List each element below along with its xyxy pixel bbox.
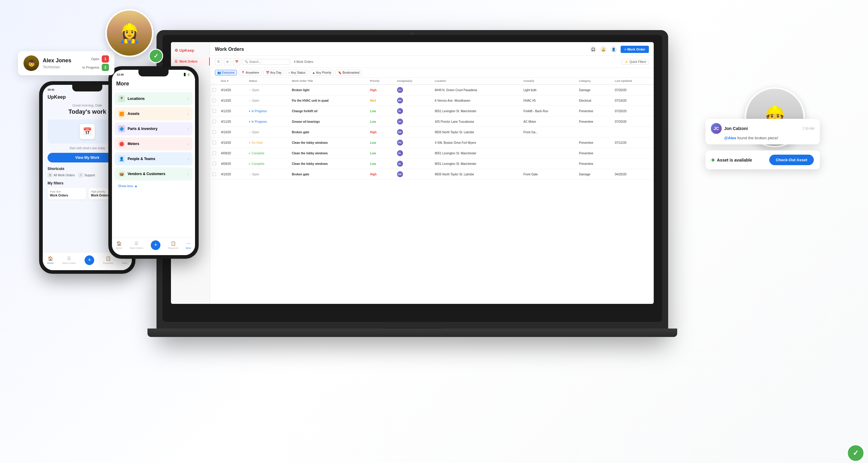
people-list-icon: 👤 [118,155,125,162]
row-checkbox[interactable] [213,130,216,134]
add-button[interactable]: + [85,256,94,265]
row-title: Grease oil bearings [289,117,368,127]
list-item-assets[interactable]: 🟧 Assets › [114,107,193,120]
status-indicator: Complete [249,152,287,155]
add-work-order-button[interactable]: + Work Order [621,46,649,53]
laptop-device: ⚙ UpKeep ☰ Work Orders 📊 Analytics 📋 [156,30,668,361]
row-assignee: DB [395,169,433,179]
row-category [577,127,613,137]
row-assignee: PD [395,137,433,148]
due-header[interactable]: Due ▾ [218,78,247,85]
any-status-label: Any Status [291,71,306,74]
row-updated [613,127,654,137]
bell-icon[interactable]: 🔔 [600,46,607,53]
grid-view-button[interactable]: ⊞ [224,58,231,65]
location-header[interactable]: Location [433,78,521,85]
row-checkbox[interactable] [213,162,216,165]
table-row[interactable]: 4/10/20 Open Broken gate High DB 9655 No… [210,127,654,137]
updated-header[interactable]: Last Updated [613,78,654,85]
nav-work-orders[interactable]: ☰ Work Orders [62,256,76,264]
phone-notch [72,85,102,92]
row-title: Clean the lobby windows [289,137,368,148]
row-checkbox[interactable] [213,141,216,144]
phone2-add-button[interactable]: + [151,240,160,250]
priority-label: Med [370,99,376,102]
table-row[interactable]: 4/12/20 In Progress Change forklift oil … [210,106,654,117]
row-location: 4 SW. Boston Drive Fort Myers [433,137,521,148]
row-asset [521,137,577,148]
phone2-nav-requests[interactable]: 📋 Requests [168,241,178,250]
user-icon[interactable]: 👤 [610,46,617,53]
search-icon: 🔍 [245,60,248,63]
row-checkbox[interactable] [213,151,216,155]
search-input[interactable] [249,60,287,64]
sidebar-item-work-orders[interactable]: ☰ Work Orders [171,58,210,66]
filter-any-status[interactable]: ○ Any Status [286,70,308,75]
row-category: Preventive [577,106,613,117]
filter-any-day[interactable]: 📅 Any Day [264,70,284,75]
row-location: 8051 Lexington St. Manchester [433,106,521,117]
list-item-parts[interactable]: 🔷 Parts & Inventory › [114,122,193,135]
table-row[interactable]: 4/14/20 Open Broken light High AJ 8449 N… [210,85,654,95]
vendors-list-label: Vendors & Customers [128,172,165,176]
row-status: In Progress [247,117,289,127]
row-checkbox[interactable] [213,120,216,123]
category-header[interactable]: Category [577,78,613,85]
row-checkbox[interactable] [213,88,216,92]
list-item-meters[interactable]: 🔴 Meters › [114,137,193,151]
row-status: Open [247,85,289,95]
phone2-nav-work-orders-label: Work Orders [130,247,143,250]
list-item-vendors[interactable]: 📦 Vendors & Customers › [114,167,193,180]
filter-anywhere[interactable]: 📍 Anywhere [239,70,261,75]
title-header[interactable]: Work Order Title [289,78,368,85]
table-row[interactable]: 4/09/20 Complete Clean the lobby windows… [210,159,654,169]
shortcut-all-work-orders[interactable]: ☰ All Work Orders [48,173,75,177]
table-row[interactable]: 4/13/20 Open Fix the HVAC unit in quad M… [210,95,654,106]
row-checkbox[interactable] [213,172,216,176]
headset-icon[interactable]: 🎧 [590,46,596,53]
filter-everyone[interactable]: 👥 Everyone [215,70,237,75]
quick-filters-button[interactable]: ⚡ Quick Filters [622,59,649,65]
table-row[interactable]: 4/09/20 Complete Clean the lobby windows… [210,148,654,159]
row-priority: Low [368,148,394,159]
phone2-nav-home[interactable]: 🏠 Home [116,241,122,250]
table-row[interactable]: 4/10/20 Open Broken gate High DB 9655 No… [210,169,654,179]
phone2-nav-work-orders[interactable]: ☰ Work Orders [130,241,143,250]
calendar-view-button[interactable]: 📅 [233,58,240,65]
shortcut-support[interactable]: ? Support [78,173,95,177]
status-indicator: On Hold [249,141,287,144]
phone2-nav-more[interactable]: ⋯ More [186,241,191,250]
status-header[interactable]: Status [247,78,289,85]
show-less-button[interactable]: Show less ▲ [114,182,193,190]
worker-photo-left: 👷‍♀️ [105,9,154,57]
priority-header[interactable]: Priority [368,78,394,85]
profile-info: Alex Jones Technician [43,58,79,69]
table-row[interactable]: 4/11/20 In Progress Grease oil bearings … [210,117,654,127]
past-due-filter-card[interactable]: Past due Work Orders [48,188,86,199]
work-orders-shortcut-icon: ☰ [48,173,52,177]
status-indicator: Open [249,173,287,176]
row-checkbox[interactable] [213,109,216,113]
profile-stats: Open 1 In Progress 2 [83,55,109,71]
table-row[interactable]: 4/10/20 On Hold Clean the lobby windows … [210,137,654,148]
laptop-bezel: ⚙ UpKeep ☰ Work Orders 📊 Analytics 📋 [162,35,662,322]
list-item-locations[interactable]: 📍 Locations › [114,92,193,105]
assignee-header[interactable]: Assignee(s) [395,78,433,85]
priority-label: High [370,89,376,92]
row-due: 4/10/20 [218,127,247,137]
past-due-sublabel: Work Orders [50,194,84,197]
row-title: Clean the lobby windows [289,159,368,169]
nav-home[interactable]: 🏠 Home [47,256,54,264]
assets-list-icon: 🟧 [118,110,125,117]
row-priority: Low [368,117,394,127]
shortcut-support-label: Support [84,174,95,177]
list-item-people[interactable]: 👤 People & Teams › [114,152,193,165]
locations-list-label: Locations [128,97,145,101]
filter-any-priority[interactable]: ▲ Any Priority [310,70,334,75]
list-view-button[interactable]: ☰ [215,58,222,65]
filter-bookmarked[interactable]: 🔖 Bookmarked [336,70,362,75]
location-filter-icon: 📍 [241,71,245,74]
check-out-asset-button[interactable]: Check-Out Asset [769,155,814,165]
asset-header[interactable]: Asset(s) [521,78,577,85]
row-checkbox[interactable] [213,99,216,102]
